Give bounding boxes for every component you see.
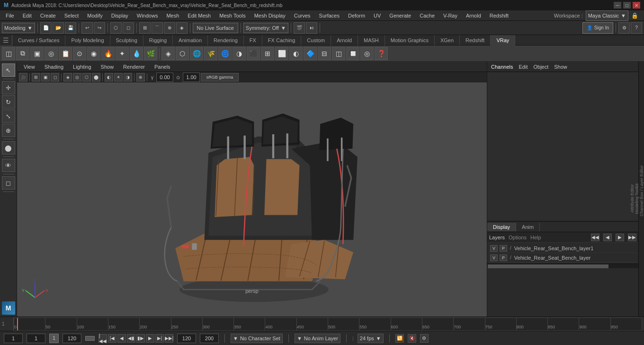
vpt-cam-btn[interactable]: 🎥 bbox=[19, 73, 27, 82]
play-back-button[interactable]: ◀▮ bbox=[127, 334, 135, 343]
channel-tab-edit[interactable]: Edit bbox=[519, 64, 528, 70]
prev-key-button[interactable]: |◀ bbox=[108, 334, 116, 343]
new-file-button[interactable]: 📄 bbox=[40, 22, 52, 34]
shelf-icon-20[interactable]: ◐ bbox=[289, 47, 303, 60]
layers-subtab-options[interactable]: Options bbox=[509, 235, 527, 240]
prev-frame-button[interactable]: ◀ bbox=[117, 334, 126, 343]
layer-next-button[interactable]: ▶ bbox=[616, 234, 624, 241]
shelf-icon-19[interactable]: ⬜ bbox=[275, 47, 288, 60]
viewport-gamma-input[interactable]: 0.00 bbox=[156, 73, 173, 82]
scale-tool-button[interactable]: ⤡ bbox=[2, 109, 15, 123]
redo-button[interactable]: ↪ bbox=[94, 22, 105, 34]
snap-surface-button[interactable]: ◈ bbox=[176, 22, 188, 34]
move-tool-button[interactable]: ✛ bbox=[2, 81, 15, 94]
menu-windows[interactable]: Windows bbox=[133, 12, 162, 19]
shelf-icon-14[interactable]: 🌾 bbox=[204, 47, 217, 60]
undo-button[interactable]: ↩ bbox=[81, 22, 93, 34]
symmetry-dropdown[interactable]: Symmetry: Off ▼ bbox=[243, 23, 288, 33]
shelf-icon-23[interactable]: ◫ bbox=[332, 47, 345, 60]
range-end-input[interactable] bbox=[177, 334, 196, 343]
tab-motion-graphics[interactable]: Motion Graphics bbox=[385, 35, 435, 45]
layer-last-button[interactable]: ▶▶ bbox=[628, 234, 636, 241]
next-key-button[interactable]: ▶| bbox=[155, 334, 164, 343]
vpt-isolate-btn[interactable]: ◐ bbox=[105, 73, 113, 82]
menu-create[interactable]: Create bbox=[36, 12, 60, 19]
menu-surfaces[interactable]: Surfaces bbox=[315, 12, 343, 19]
maximize-button[interactable]: □ bbox=[623, 2, 631, 9]
menu-file[interactable]: File bbox=[2, 12, 18, 19]
vpt-shading3-btn[interactable]: ⬡ bbox=[82, 73, 91, 82]
layer-tab-display[interactable]: Display bbox=[487, 223, 516, 231]
shelf-icon-16[interactable]: ◑ bbox=[233, 47, 246, 60]
viewport-canvas[interactable]: persp bbox=[17, 82, 487, 306]
shelf-icon-21[interactable]: 🔷 bbox=[304, 47, 317, 60]
tab-rendering[interactable]: Rendering bbox=[208, 35, 244, 45]
shelf-icon-26[interactable]: ❓ bbox=[375, 47, 388, 60]
minimize-button[interactable]: ─ bbox=[614, 2, 621, 9]
menu-edit-mesh[interactable]: Edit Mesh bbox=[184, 12, 215, 19]
tab-curves-surfaces[interactable]: Curves / Surfaces bbox=[12, 35, 65, 45]
tab-arnold[interactable]: Arnold bbox=[331, 35, 358, 45]
shelf-icon-11[interactable]: ◈ bbox=[161, 47, 175, 60]
save-file-button[interactable]: 💾 bbox=[65, 22, 76, 34]
tab-poly-modeling[interactable]: Poly Modeling bbox=[65, 35, 110, 45]
frame-start-input[interactable] bbox=[4, 334, 23, 343]
vpt-shadow-btn[interactable]: ◑ bbox=[124, 73, 132, 82]
tab-mash[interactable]: MASH bbox=[358, 35, 385, 45]
snap-grid-button[interactable]: ⊞ bbox=[139, 22, 151, 34]
close-button[interactable]: ✕ bbox=[633, 2, 640, 9]
channel-tab-channels[interactable]: Channels bbox=[491, 64, 513, 70]
help-button[interactable]: ? bbox=[631, 22, 642, 34]
menu-cache[interactable]: Cache bbox=[416, 12, 438, 19]
channel-tab-show[interactable]: Show bbox=[554, 64, 567, 70]
signin-button[interactable]: 👤 Sign In bbox=[582, 22, 613, 34]
viewport[interactable]: View Shading Lighting Show Renderer Pane… bbox=[17, 62, 487, 317]
anim-layer-dropdown[interactable]: ▼ No Anim Layer bbox=[295, 334, 340, 343]
lasso-button[interactable]: ◻ bbox=[123, 22, 134, 34]
layer-add-button[interactable]: ◀◀ bbox=[591, 234, 599, 241]
shelf-icon-17[interactable]: ⬛ bbox=[247, 47, 260, 60]
viewport-menu-view[interactable]: View bbox=[21, 63, 38, 71]
tab-animation[interactable]: Animation bbox=[173, 35, 208, 45]
shelf-icon-5[interactable]: ⊙ bbox=[73, 47, 86, 60]
shelf-icon-7[interactable]: 🔥 bbox=[101, 47, 115, 60]
shelf-icon-12[interactable]: ⬡ bbox=[176, 47, 189, 60]
character-set-dropdown[interactable]: ▼ No Character Set bbox=[231, 334, 283, 343]
viewport-menu-renderer[interactable]: Renderer bbox=[120, 63, 148, 71]
viewport-menu-shading[interactable]: Shading bbox=[42, 63, 66, 71]
menu-arnold[interactable]: Arnold bbox=[462, 12, 485, 19]
settings-button[interactable]: ⚙ bbox=[618, 22, 630, 34]
shelf-icon-0[interactable]: ◫ bbox=[2, 47, 15, 60]
workspace-dropdown[interactable]: Maya Classic ▼ bbox=[586, 10, 628, 21]
timeline-ruler[interactable]: 0 50 100 150 200 250 300 350 400 450 500… bbox=[13, 318, 642, 331]
snap-to-surface-button[interactable]: ◻ bbox=[2, 176, 15, 190]
timeline-playhead[interactable] bbox=[17, 318, 18, 330]
layers-subtab-layers[interactable]: Layers bbox=[489, 235, 505, 240]
range-thumb[interactable]: 1 bbox=[49, 334, 59, 343]
vpt-light-btn[interactable]: ☀ bbox=[114, 73, 123, 82]
attribute-editor-side-tab[interactable]: Channel Box / Layer Editor Modeling Tool… bbox=[638, 62, 644, 317]
menu-modify[interactable]: Modify bbox=[83, 12, 106, 19]
shelf-icon-2[interactable]: ▣ bbox=[30, 47, 44, 60]
shelf-icon-22[interactable]: ⊟ bbox=[318, 47, 331, 60]
soft-mod-button[interactable]: ⬤ bbox=[2, 141, 15, 154]
tab-fx[interactable]: FX bbox=[244, 35, 262, 45]
vpt-shading2-btn[interactable]: ◎ bbox=[73, 73, 81, 82]
no-live-surface-badge[interactable]: No Live Surface bbox=[193, 23, 238, 33]
layer-scrollbar[interactable] bbox=[487, 263, 638, 268]
universal-tool-button[interactable]: ⊕ bbox=[2, 124, 15, 137]
skip-end-button[interactable]: ▶▶| bbox=[165, 334, 173, 343]
show-hide-button[interactable]: 👁 bbox=[2, 159, 15, 172]
layers-subtab-help[interactable]: Help bbox=[530, 235, 541, 240]
shelf-icon-3[interactable]: ◎ bbox=[45, 47, 58, 60]
vpt-colorspace-btn[interactable]: sRGB gamma bbox=[201, 73, 239, 82]
layer-v-btn-1[interactable]: V bbox=[490, 254, 498, 261]
loop-button[interactable]: 🔁 bbox=[395, 334, 404, 343]
snap-point-button[interactable]: ⊕ bbox=[164, 22, 175, 34]
vpt-film-gate-btn[interactable]: ▣ bbox=[41, 73, 50, 82]
tab-xgen[interactable]: XGen bbox=[435, 35, 460, 45]
tab-sculpting[interactable]: Sculpting bbox=[110, 35, 143, 45]
tab-vray[interactable]: VRay bbox=[491, 35, 515, 45]
shelf-icon-10[interactable]: 🌿 bbox=[144, 47, 157, 60]
shelf-icon-24[interactable]: 🔲 bbox=[346, 47, 359, 60]
